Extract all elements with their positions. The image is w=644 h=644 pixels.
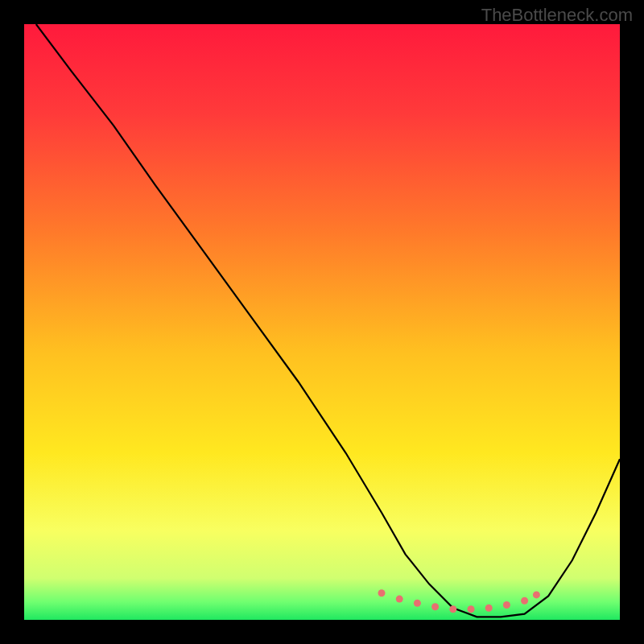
chart-plot-area bbox=[24, 24, 620, 620]
watermark-text: TheBottleneck.com bbox=[481, 5, 633, 26]
gradient-background bbox=[24, 24, 620, 620]
svg-rect-0 bbox=[24, 24, 620, 620]
